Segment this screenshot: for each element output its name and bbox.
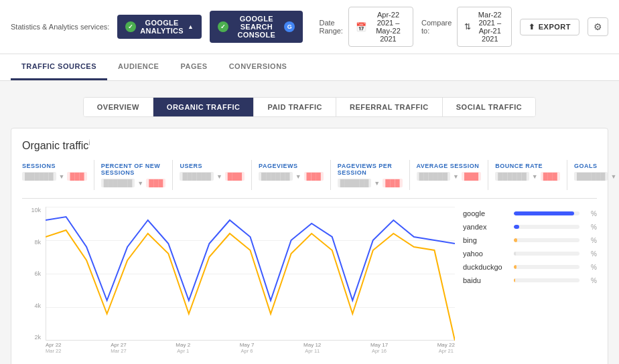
x-label-top-0: Apr 22 <box>46 342 62 348</box>
source-row-3: yahoo % <box>463 247 597 260</box>
metric-label-7: GOALS <box>574 163 619 169</box>
metric-main-3: ██████ <box>259 172 293 181</box>
source-name-2: bing <box>463 236 510 244</box>
date-range-value: Apr-22 2021 – May-22 2021 <box>370 11 406 43</box>
metric-arrow-4: ▼ <box>374 180 380 187</box>
sub-tab-organic[interactable]: ORGANIC TRAFFIC <box>153 98 255 116</box>
x-label-6: May 22Apr 21 <box>437 342 455 361</box>
metric-label-3: PAGEVIEWS <box>259 163 324 169</box>
main-content: OVERVIEW ORGANIC TRAFFIC PAID TRAFFIC RE… <box>0 81 619 364</box>
metric-label-5: AVERAGE SESSION <box>417 163 482 169</box>
x-label-2: May 2Apr 1 <box>176 342 190 361</box>
google-search-console-label: GOOGLE SEARCH CONSOLE <box>232 15 280 39</box>
x-label-bottom-4: Apr 11 <box>303 348 321 354</box>
metric-arrow-0: ▼ <box>59 173 65 180</box>
google-analytics-label: GOOGLE ANALYTICS <box>140 19 184 35</box>
y-label-3: 4k <box>22 302 41 309</box>
sub-tab-overview[interactable]: OVERVIEW <box>84 98 153 116</box>
metric-secondary-6: ███ <box>541 172 560 181</box>
metric-arrow-1: ▼ <box>137 180 143 187</box>
metric-cell-7: GOALS ██████ ▼ ███ <box>567 160 619 190</box>
y-label-0: 10k <box>22 207 41 213</box>
x-label-bottom-6: Apr 21 <box>437 348 455 354</box>
tab-audience[interactable]: AUDIENCE <box>107 54 169 80</box>
chart-section: Organic traffici SESSIONS ██████ ▼ ███ P… <box>11 128 608 364</box>
metric-main-7: ██████ <box>574 172 608 181</box>
chart-plot: 10k8k6k4k2k Apr 22Mar 22Apr 27Mar 27Ma <box>22 207 455 361</box>
sub-tabs: OVERVIEW ORGANIC TRAFFIC PAID TRAFFIC RE… <box>83 97 536 117</box>
settings-button[interactable]: ⚙ <box>588 17 608 36</box>
metric-values-3: ██████ ▼ ███ <box>259 172 324 181</box>
sub-tab-referral[interactable]: REFERRAL TRAFFIC <box>336 98 443 116</box>
source-pct-4: % <box>583 264 597 271</box>
metric-label-1: PERCENT OF NEW SESSIONS <box>101 163 166 176</box>
metric-main-4: ██████ <box>338 179 372 187</box>
source-row-1: yandex % <box>463 220 597 234</box>
google-analytics-button[interactable]: ✓ GOOGLE ANALYTICS ▲ <box>117 15 202 39</box>
metric-label-4: PAGEVIEWS PER SESSION <box>338 163 403 176</box>
source-row-0: google % <box>463 207 597 220</box>
check-icon: ✓ <box>125 21 136 32</box>
metric-cell-2: USERS ██████ ▼ ███ <box>173 160 252 190</box>
metric-cell-3: PAGEVIEWS ██████ ▼ ███ <box>252 160 331 190</box>
metric-values-2: ██████ ▼ ███ <box>180 172 245 181</box>
metric-label-6: BOUNCE RATE <box>495 163 560 169</box>
metric-secondary-3: ███ <box>304 172 324 181</box>
source-bar-wrap-1 <box>514 225 579 229</box>
source-name-5: baidu <box>463 276 510 284</box>
export-button[interactable]: ⬆ EXPORT <box>520 19 579 35</box>
sub-tab-paid[interactable]: PAID TRAFFIC <box>254 98 336 116</box>
source-name-0: google <box>463 209 510 217</box>
source-bar-2 <box>514 238 517 242</box>
metric-secondary-5: ███ <box>462 172 481 181</box>
metric-arrow-7: ▼ <box>610 173 616 180</box>
x-label-bottom-0: Mar 22 <box>46 348 62 354</box>
metric-values-4: ██████ ▼ ███ <box>338 179 403 187</box>
source-bar-0 <box>514 211 574 215</box>
metric-arrow-3: ▼ <box>295 173 301 180</box>
source-pct-3: % <box>583 250 597 258</box>
compare-arrows-icon: ⇅ <box>464 22 471 31</box>
metric-cell-5: AVERAGE SESSION ██████ ▼ ███ <box>410 160 489 190</box>
source-row-4: duckduckgo % <box>463 260 597 274</box>
metric-main-2: ██████ <box>180 172 214 181</box>
metric-arrow-5: ▼ <box>453 173 459 180</box>
tab-traffic-sources[interactable]: TRAFFIC SOURCES <box>11 54 107 80</box>
source-row-2: bing % <box>463 234 597 247</box>
x-label-1: Apr 27Mar 27 <box>111 342 127 361</box>
source-pct-1: % <box>583 223 597 231</box>
date-range-button[interactable]: 📅 Apr-22 2021 – May-22 2021 <box>348 7 413 47</box>
source-name-4: duckduckgo <box>463 263 510 271</box>
source-bar-wrap-2 <box>514 238 579 242</box>
x-label-bottom-3: Apr 6 <box>240 348 255 354</box>
source-bar-wrap-5 <box>514 278 579 282</box>
source-bar-wrap-3 <box>514 252 579 256</box>
source-row-5: baidu % <box>463 274 597 287</box>
x-label-bottom-5: Apr 16 <box>370 348 388 354</box>
date-range-group: Date Range: 📅 Apr-22 2021 – May-22 2021 <box>319 7 413 47</box>
tab-conversions[interactable]: CONVERSIONS <box>218 54 298 80</box>
metric-secondary-1: ███ <box>146 179 165 187</box>
metric-secondary-2: ███ <box>225 172 245 181</box>
metric-values-6: ██████ ▼ ███ <box>495 172 560 181</box>
services-label: Statistics & Analytics services: <box>11 23 109 31</box>
source-bar-4 <box>514 265 517 269</box>
source-pct-2: % <box>583 237 597 244</box>
x-label-5: May 17Apr 16 <box>370 342 388 361</box>
ga-arrow-icon: ▲ <box>188 23 194 30</box>
source-pct-5: % <box>583 277 597 284</box>
check-icon-gsc: ✓ <box>218 21 228 32</box>
metric-main-1: ██████ <box>101 179 135 187</box>
source-bar-5 <box>514 278 515 282</box>
google-search-console-button[interactable]: ✓ GOOGLE SEARCH CONSOLE G <box>210 11 303 43</box>
chart-svg <box>46 207 455 341</box>
compare-value: Mar-22 2021 – Apr-21 2021 <box>475 11 504 43</box>
source-name-3: yahoo <box>463 250 510 258</box>
metric-cell-0: SESSIONS ██████ ▼ ███ <box>22 160 94 190</box>
sub-tab-social[interactable]: SOCIAL TRAFFIC <box>443 98 535 116</box>
source-pct-0: % <box>583 210 597 217</box>
compare-button[interactable]: ⇅ Mar-22 2021 – Apr-21 2021 <box>457 7 512 47</box>
tab-pages[interactable]: PAGES <box>169 54 218 80</box>
source-bar-wrap-0 <box>514 211 579 215</box>
top-bar: Statistics & Analytics services: ✓ GOOGL… <box>0 0 619 54</box>
